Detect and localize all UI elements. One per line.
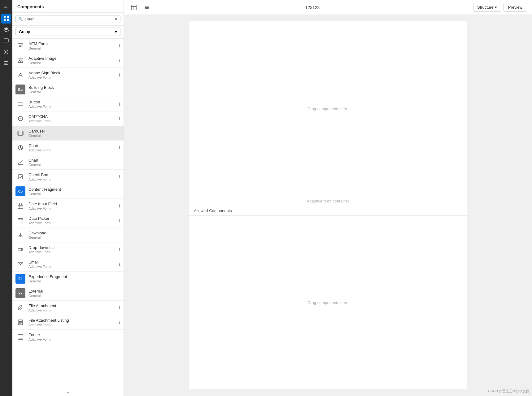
toolbar-icon-edit[interactable]: ✏ [1, 2, 11, 12]
download-icon [15, 230, 25, 240]
button-name: Button [28, 100, 118, 104]
component-item-building-block[interactable]: Bu Building Block General [12, 82, 124, 97]
component-item-date-picker[interactable]: Date Picker Adaptive Form ℹ [12, 213, 124, 228]
checkbox-info: Check Box Adaptive Form [28, 172, 118, 181]
button-info-icon[interactable]: ℹ [119, 102, 120, 107]
toolbar-icon-layers[interactable] [1, 25, 11, 35]
component-item-external[interactable]: Ex External General [12, 286, 124, 301]
form-container-label: Adaptive form container [189, 196, 467, 206]
drop-zone-top[interactable]: Drag components here [189, 21, 467, 196]
captcha-group: Adaptive Form [28, 119, 118, 123]
component-item-adaptive-image[interactable]: Adaptive Image General ℹ [12, 53, 124, 68]
adaptive-image-icon [15, 55, 25, 65]
toolbar-icon-content[interactable] [1, 58, 11, 68]
filter-input[interactable] [25, 17, 113, 21]
component-item-aem-form[interactable]: AEM Form General ℹ [12, 39, 124, 53]
component-item-content-fragment[interactable]: Co Content Fragment General [12, 184, 124, 199]
component-item-email[interactable]: Email Adaptive Form ℹ [12, 257, 124, 272]
toolbar-icon-components[interactable] [1, 14, 11, 24]
aem-form-info-icon[interactable]: ℹ [119, 44, 120, 48]
footer-info: Footer Adaptive Form [28, 333, 120, 341]
footer-icon [15, 332, 25, 342]
dropdown-name: Drop-down List [28, 245, 118, 250]
svg-point-53 [146, 8, 147, 9]
group-select[interactable]: Group ▾ [15, 28, 120, 36]
svg-rect-1 [7, 16, 9, 18]
experience-fragment-info: Experience Fragment General [28, 274, 120, 283]
carousel-group: General [28, 134, 120, 137]
footer-group: Adaptive Form [28, 337, 120, 341]
component-item-file-attachment[interactable]: File Attachment Adaptive Form ℹ [12, 301, 124, 315]
date-picker-name: Date Picker [28, 216, 118, 221]
clear-icon[interactable]: ✕ [115, 17, 118, 21]
toolbar-icon-assets[interactable] [1, 36, 11, 46]
adobe-sign-icon [15, 70, 25, 80]
external-name: External [28, 289, 120, 294]
component-item-adobe-sign-block[interactable]: Adobe Sign Block Adaptive Form ℹ [12, 68, 124, 82]
file-attachment-info-icon[interactable]: ℹ [119, 306, 120, 310]
component-item-file-attachment-listing[interactable]: File Attachment Listing Adaptive Form ℹ [12, 315, 124, 330]
component-list[interactable]: AEM Form General ℹ Adaptive Image Genera… [12, 39, 124, 390]
layout-icon[interactable] [129, 2, 139, 12]
chart-af-icon [15, 143, 25, 153]
preview-button[interactable]: Preview [504, 3, 527, 12]
component-item-chart-general[interactable]: Chart General [12, 155, 124, 170]
adaptive-image-name: Adaptive Image [28, 56, 118, 61]
main-area: 123123 Structure ▾ Preview Drag componen… [124, 0, 532, 396]
date-input-info-icon[interactable]: ℹ [119, 204, 120, 208]
panel-title: Components [12, 0, 124, 13]
scroll-down-arrow[interactable]: ▾ [12, 390, 124, 396]
filter-row: 🔍 ✕ [12, 13, 124, 26]
drop-zone-bottom[interactable]: Drag components here [189, 216, 467, 389]
date-input-icon [15, 201, 25, 211]
component-item-checkbox[interactable]: Check Box Adaptive Form ℹ [12, 170, 124, 184]
adaptive-image-info-icon[interactable]: ℹ [119, 58, 120, 63]
download-info: Download General [28, 231, 120, 239]
email-info: Email Adaptive Form [28, 260, 118, 268]
file-attachment-icon [15, 303, 25, 313]
svg-rect-9 [18, 44, 23, 48]
component-item-carousel[interactable]: Carousel General [12, 126, 124, 141]
svg-rect-29 [18, 219, 23, 223]
structure-button[interactable]: Structure ▾ [473, 3, 501, 12]
content-fragment-group: General [28, 192, 120, 196]
svg-rect-45 [131, 5, 136, 10]
email-info-icon[interactable]: ℹ [119, 262, 120, 267]
component-item-date-input[interactable]: Date Input Field Adaptive Form ℹ [12, 199, 124, 213]
date-picker-info: Date Picker Adaptive Form [28, 216, 118, 225]
captcha-name: CAPTCHA [28, 114, 118, 119]
content-fragment-name: Content Fragment [28, 187, 120, 192]
adobe-sign-info-icon[interactable]: ℹ [119, 73, 120, 77]
captcha-info-icon[interactable]: ℹ [119, 116, 120, 121]
file-attachment-listing-info: File Attachment Listing Adaptive Form [28, 318, 118, 327]
component-item-button[interactable]: Button Adaptive Form ℹ [12, 97, 124, 111]
svg-rect-28 [19, 206, 20, 207]
file-attachment-listing-info-icon[interactable]: ℹ [119, 320, 120, 325]
drag-text-bottom: Drag components here [307, 300, 348, 305]
email-group: Adaptive Form [28, 265, 118, 268]
dropdown-group: Adaptive Form [28, 250, 118, 254]
file-attachment-listing-group: Adaptive Form [28, 323, 118, 327]
drag-text-top: Drag components here [307, 107, 348, 111]
checkbox-info-icon[interactable]: ℹ [119, 175, 120, 179]
chart-af-name: Chart [28, 143, 118, 148]
component-item-captcha[interactable]: CAPTCHA Adaptive Form ℹ [12, 111, 124, 126]
checkbox-group: Adaptive Form [28, 177, 118, 181]
settings-icon[interactable] [142, 2, 152, 12]
component-item-experience-fragment[interactable]: Ex Experience Fragment General [12, 272, 124, 286]
toolbar-icon-properties[interactable] [1, 47, 11, 57]
chart-af-info-icon[interactable]: ℹ [119, 146, 120, 150]
checkbox-icon [15, 172, 25, 182]
adobe-sign-name: Adobe Sign Block [28, 71, 118, 75]
date-input-group: Adaptive Form [28, 207, 118, 210]
date-picker-info-icon[interactable]: ℹ [119, 218, 120, 223]
chart-af-info: Chart Adaptive Form [28, 143, 118, 152]
top-bar-left [129, 2, 152, 12]
component-item-download[interactable]: Download General [12, 228, 124, 242]
component-item-dropdown[interactable]: Drop-down List Adaptive Form ℹ [12, 242, 124, 257]
captcha-info: CAPTCHA Adaptive Form [28, 114, 118, 123]
component-item-chart-af[interactable]: Chart Adaptive Form ℹ [12, 141, 124, 155]
dropdown-info-icon[interactable]: ℹ [119, 247, 120, 252]
carousel-name: Carousel [28, 129, 120, 133]
component-item-footer[interactable]: Footer Adaptive Form [12, 330, 124, 344]
